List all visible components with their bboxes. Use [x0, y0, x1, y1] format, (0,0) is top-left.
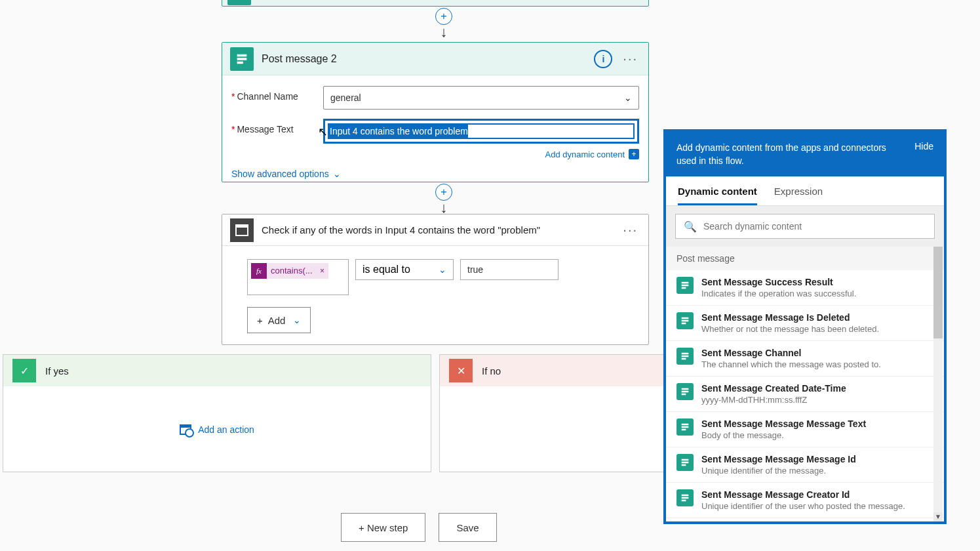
teams-icon — [230, 47, 254, 71]
action-card-post-message-2: Post message 2 i ··· *Channel Name gener… — [222, 42, 649, 182]
dynamic-content-item[interactable]: Sent Message Message Message TextBody of… — [666, 412, 944, 447]
dynamic-content-panel: Add dynamic content from the apps and co… — [663, 129, 947, 524]
teams-icon — [676, 277, 694, 294]
teams-icon — [227, 0, 251, 5]
item-description: yyyy-MM-ddTHH:mm:ss.fffZ — [701, 395, 933, 405]
card-title: Check if any of the words in Input 4 con… — [262, 224, 612, 235]
branch-header[interactable]: ✓ If yes — [3, 355, 431, 386]
scroll-down-icon[interactable]: ▼ — [933, 512, 943, 521]
message-text-input[interactable]: Input 4 contains the word problem — [323, 119, 639, 144]
item-title: Sent Message Message Creator Id — [701, 489, 933, 500]
condition-right-operand[interactable]: true — [460, 259, 559, 280]
add-dynamic-content-link[interactable]: Add dynamic content + — [545, 149, 639, 159]
item-description: Unique identifier of the message. — [701, 466, 933, 476]
dynamic-content-item[interactable]: Sent Message Message Message IdUnique id… — [666, 447, 944, 483]
teams-icon — [676, 489, 694, 506]
card-header[interactable]: Check if any of the words in Input 4 con… — [222, 214, 648, 246]
group-label: Post message — [666, 247, 944, 270]
item-title: Sent Message Message Message Text — [701, 418, 933, 429]
branch-title: If no — [482, 365, 501, 377]
add-action-link[interactable]: Add an action — [180, 424, 254, 435]
teams-icon — [676, 383, 694, 400]
teams-icon — [676, 312, 694, 329]
tab-expression[interactable]: Expression — [774, 186, 823, 205]
condition-icon — [230, 218, 254, 242]
condition-value: true — [467, 264, 483, 275]
chevron-down-icon: ⌄ — [439, 264, 446, 275]
condition-left-operand[interactable]: fx contains(... × — [247, 259, 349, 295]
search-icon: 🔍 — [684, 220, 697, 233]
channel-name-dropdown[interactable]: general ⌄ — [323, 86, 639, 110]
card-title: Post message 2 — [262, 53, 586, 65]
dynamic-content-item[interactable]: Sent Message ChannelThe channel which th… — [666, 341, 944, 377]
item-title: Sent Message Message Is Deleted — [701, 312, 933, 323]
item-title: Sent Message Message Message Id — [701, 454, 933, 464]
chevron-down-icon: ⌄ — [293, 315, 301, 325]
item-title: Sent Message Created Date-Time — [701, 383, 933, 394]
dynamic-content-item[interactable]: Sent Message Error MessagesDetails of th… — [666, 518, 944, 521]
item-description: Unique identifier of the user who posted… — [701, 501, 933, 511]
show-advanced-options-link[interactable]: Show advanced options ⌄ — [231, 169, 639, 179]
insert-step-button[interactable]: + — [435, 184, 452, 201]
more-menu-icon[interactable]: ··· — [620, 51, 640, 66]
condition-card: Check if any of the words in Input 4 con… — [222, 214, 649, 345]
condition-operator-value: is equal to — [363, 264, 410, 276]
channel-name-value: general — [330, 92, 361, 103]
item-description: The channel which the message was posted… — [701, 359, 933, 369]
hide-panel-link[interactable]: Hide — [914, 141, 933, 152]
token-remove-icon[interactable]: × — [317, 263, 328, 279]
if-yes-branch: ✓ If yes Add an action — [3, 354, 431, 472]
search-input-wrap[interactable]: 🔍 — [675, 214, 935, 239]
tab-dynamic-content[interactable]: Dynamic content — [678, 186, 757, 205]
expression-token-text: contains(... — [267, 263, 317, 279]
insert-step-button[interactable]: + — [435, 8, 452, 25]
add-action-icon — [180, 424, 191, 435]
arrow-down-icon: ↓ — [441, 24, 448, 41]
more-menu-icon[interactable]: ··· — [620, 222, 640, 237]
item-title: Sent Message Channel — [701, 348, 933, 358]
branch-title: If yes — [45, 365, 69, 377]
connector: + ↓ — [435, 8, 452, 41]
item-description: Whether or not the message has been dele… — [701, 324, 933, 334]
channel-name-label: *Channel Name — [231, 86, 323, 102]
bottom-toolbar: + New step Save — [341, 513, 497, 542]
add-condition-button[interactable]: + Add ⌄ — [247, 307, 311, 333]
dynamic-content-item[interactable]: Sent Message Success ResultIndicates if … — [666, 270, 944, 306]
plus-icon: + — [257, 315, 263, 326]
search-input[interactable] — [703, 221, 926, 232]
new-step-button[interactable]: + New step — [341, 513, 425, 542]
scrollbar-thumb[interactable] — [933, 247, 943, 338]
teams-icon — [676, 454, 694, 471]
condition-operator-dropdown[interactable]: is equal to ⌄ — [355, 259, 454, 280]
fx-icon: fx — [251, 263, 267, 279]
dynamic-content-item[interactable]: Sent Message Message Is DeletedWhether o… — [666, 306, 944, 341]
card-header[interactable]: Post message 2 i ··· — [222, 43, 648, 75]
connector: + ↓ — [435, 184, 452, 216]
save-button[interactable]: Save — [439, 513, 496, 542]
item-description: Body of the message. — [701, 430, 933, 440]
item-title: Sent Message Success Result — [701, 277, 933, 287]
check-icon: ✓ — [12, 359, 36, 382]
close-icon: ✕ — [449, 359, 473, 382]
action-card-post-message-1[interactable]: Post message — [222, 0, 649, 7]
panel-header: Add dynamic content from the apps and co… — [666, 132, 944, 176]
item-description: Indicates if the operation was successfu… — [701, 289, 933, 298]
add-dynamic-badge-icon: + — [629, 149, 639, 159]
dynamic-content-list[interactable]: Post message Sent Message Success Result… — [666, 247, 944, 521]
panel-tabs: Dynamic content Expression — [666, 176, 944, 206]
expression-token[interactable]: fx contains(... × — [251, 263, 328, 279]
teams-icon — [676, 418, 694, 436]
panel-intro: Add dynamic content from the apps and co… — [676, 141, 886, 167]
chevron-down-icon: ⌄ — [333, 169, 341, 179]
chevron-down-icon: ⌄ — [624, 92, 632, 103]
message-text-label: *Message Text — [231, 119, 323, 134]
teams-icon — [676, 348, 694, 365]
message-text-value: Input 4 contains the word problem — [328, 123, 635, 139]
dynamic-content-item[interactable]: Sent Message Created Date-Timeyyyy-MM-dd… — [666, 377, 944, 412]
dynamic-content-item[interactable]: Sent Message Message Creator IdUnique id… — [666, 483, 944, 518]
info-icon[interactable]: i — [594, 50, 612, 68]
